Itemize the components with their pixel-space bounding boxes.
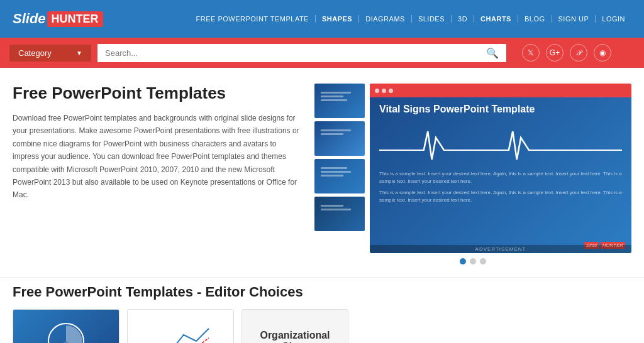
slide-dot-3 bbox=[389, 89, 393, 93]
card-2-chart-icon bbox=[140, 316, 221, 344]
rss-icon[interactable]: ◉ bbox=[594, 44, 611, 62]
thumb-line bbox=[321, 167, 347, 169]
search-input[interactable] bbox=[105, 48, 486, 58]
logo-slide-text: Slide bbox=[13, 11, 46, 27]
logo-hunter-text: HUNTER bbox=[47, 11, 103, 27]
site-logo[interactable]: Slide HUNTER bbox=[13, 11, 103, 27]
template-card-3[interactable]: Organizational Chart ▼ bbox=[242, 309, 348, 343]
template-card-2[interactable]: Line Chart Comparison Template bbox=[127, 309, 234, 343]
thumb-line bbox=[321, 99, 347, 101]
main-right-panel: Vital Signs PowerPoint Template This is … bbox=[314, 84, 631, 264]
nav-free-template[interactable]: FREE POWERPOINT TEMPLATE bbox=[189, 15, 315, 23]
search-icon[interactable]: 🔍 bbox=[486, 47, 499, 59]
card-2-thumbnail bbox=[128, 310, 233, 343]
nav-shapes[interactable]: SHAPES bbox=[316, 15, 359, 23]
nav-login[interactable]: LOGIN bbox=[596, 15, 631, 23]
thumb-line bbox=[321, 129, 351, 131]
indicator-3[interactable] bbox=[480, 258, 486, 264]
category-label: Category bbox=[18, 48, 52, 58]
main-nav: FREE POWERPOINT TEMPLATE SHAPES DIAGRAMS… bbox=[189, 15, 631, 23]
ecg-chart bbox=[379, 125, 622, 163]
main-content: Free PowerPoint Templates Download free … bbox=[0, 68, 644, 277]
slide-thumb-2[interactable] bbox=[314, 121, 365, 156]
slide-thumb-3[interactable] bbox=[314, 159, 365, 193]
thumb-line bbox=[321, 205, 343, 207]
thumb-line bbox=[321, 171, 351, 173]
slide-content: Vital Signs PowerPoint Template This is … bbox=[370, 97, 631, 210]
slide-top-bar bbox=[370, 84, 631, 97]
nav-diagrams[interactable]: DIAGRAMS bbox=[359, 15, 412, 23]
card-1-chart-icon bbox=[35, 319, 97, 343]
editor-choices-title: Free PowerPoint Templates - Editor Choic… bbox=[13, 284, 631, 300]
indicator-2[interactable] bbox=[470, 258, 476, 264]
nav-signup[interactable]: SIGN UP bbox=[552, 15, 596, 23]
card-3-thumbnail: Organizational Chart bbox=[242, 310, 348, 343]
main-description: Download free PowerPoint templates and b… bbox=[13, 112, 302, 202]
template-card-1[interactable]: Problem Solving Template bbox=[13, 309, 119, 343]
slide-footer-text: This is a sample text. Insert your desir… bbox=[379, 170, 622, 185]
slide-indicators bbox=[460, 258, 486, 264]
thumb-line bbox=[321, 95, 343, 97]
main-slide-display: Vital Signs PowerPoint Template This is … bbox=[370, 84, 631, 253]
indicator-1[interactable] bbox=[460, 258, 466, 264]
thumb-line bbox=[321, 209, 351, 210]
main-left-panel: Free PowerPoint Templates Download free … bbox=[13, 84, 302, 264]
nav-charts[interactable]: CHARTS bbox=[474, 15, 518, 23]
slide-thumb-1[interactable] bbox=[314, 84, 365, 118]
site-header: Slide HUNTER FREE POWERPOINT TEMPLATE SH… bbox=[0, 0, 644, 38]
card-1-thumbnail bbox=[13, 310, 119, 343]
nav-blog[interactable]: BLOG bbox=[518, 15, 552, 23]
category-button[interactable]: Category ▼ bbox=[9, 45, 91, 62]
cards-row: Problem Solving Template Line Chart Comp… bbox=[13, 309, 631, 343]
chevron-down-icon: ▼ bbox=[76, 50, 82, 57]
card-3-label-text: Organizational Chart bbox=[247, 324, 343, 343]
pinterest-icon[interactable]: 𝒫 bbox=[570, 44, 587, 62]
editor-choices-section: Free PowerPoint Templates - Editor Choic… bbox=[0, 277, 644, 343]
slide-thumbnails bbox=[314, 84, 365, 253]
slide-footer-text2: This is a sample text. Insert your desir… bbox=[379, 189, 622, 204]
nav-slides[interactable]: SLIDES bbox=[412, 15, 452, 23]
main-title: Free PowerPoint Templates bbox=[13, 84, 302, 103]
slide-dot-2 bbox=[382, 89, 386, 93]
thumb-line bbox=[321, 92, 351, 94]
thumb-line bbox=[321, 133, 343, 135]
slide-title-text: Vital Signs PowerPoint Template bbox=[379, 104, 622, 115]
thumb-line bbox=[321, 175, 343, 177]
search-bar: Category ▼ 🔍 𝕏 G+ 𝒫 ◉ bbox=[0, 38, 644, 68]
nav-3d[interactable]: 3D bbox=[452, 15, 474, 23]
social-icons-group: 𝕏 G+ 𝒫 ◉ bbox=[522, 44, 611, 62]
twitter-icon[interactable]: 𝕏 bbox=[522, 44, 540, 62]
slide-dot-1 bbox=[375, 89, 379, 93]
slide-viewer: Vital Signs PowerPoint Template This is … bbox=[314, 84, 631, 253]
slide-thumb-4[interactable] bbox=[314, 197, 365, 231]
google-plus-icon[interactable]: G+ bbox=[546, 44, 564, 62]
advertisement-label: ADVERTISEMENT bbox=[370, 245, 631, 253]
search-input-wrap: 🔍 bbox=[97, 44, 506, 62]
